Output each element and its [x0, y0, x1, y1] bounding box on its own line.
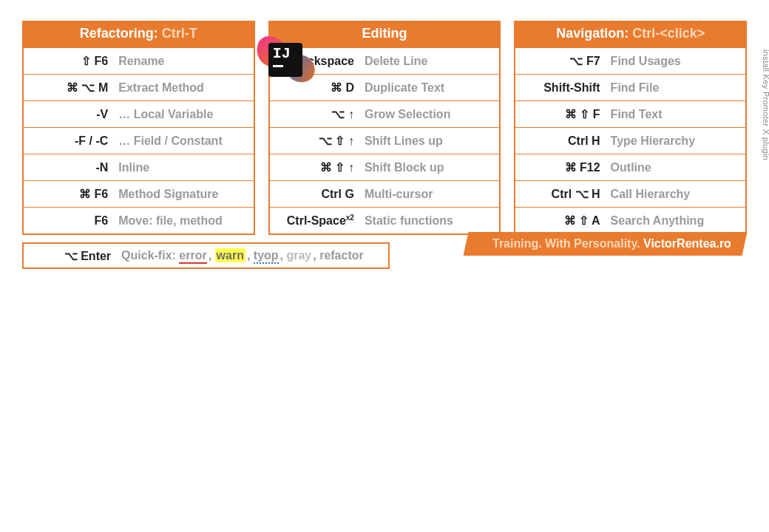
action-name: Move: file, method — [115, 210, 253, 232]
action-name: Type Hierarchy — [608, 130, 745, 152]
table-row: ⌥ ↑Grow Selection — [270, 100, 500, 127]
side-note: install Key Promoter X plugin — [761, 48, 769, 162]
quickfix-tyop: tyop — [254, 249, 279, 264]
shortcut: Ctrl H — [515, 130, 607, 152]
header-shortcut: Ctrl-T — [162, 26, 197, 41]
table-row: Ctrl-Spacex2Static functions — [270, 207, 500, 233]
action-name: Inline — [115, 157, 253, 179]
action-name: Find Usages — [608, 50, 745, 72]
intellij-icon: IJ — [260, 33, 313, 86]
shortcut: ⌥ ↑ — [270, 103, 362, 126]
table-row: ⌘ F6Method Signature — [24, 180, 254, 207]
header-title: Editing — [362, 26, 407, 41]
col-navigation: Navigation: Ctrl-<click> ⌥ F7Find Usages… — [514, 21, 747, 235]
shortcut: -F / -C — [24, 130, 115, 152]
intellij-label: IJ — [273, 45, 291, 62]
quickfix-gray: gray — [286, 249, 311, 262]
table-row: -NInline — [24, 154, 254, 180]
table-row: ⇧ F6Rename — [24, 47, 254, 74]
action-name: Method Signature — [115, 183, 253, 205]
footer-site: VictorRentea.ro — [643, 237, 731, 250]
header-refactoring: Refactoring: Ctrl-T — [24, 21, 254, 47]
table-row: Ctrl ⌥ HCall Hierarchy — [515, 180, 745, 207]
shortcut: ⌥ F7 — [515, 50, 607, 72]
action-name: Static functions — [362, 210, 499, 232]
shortcut: -V — [24, 103, 115, 126]
header-title: Refactoring: — [80, 26, 162, 41]
intellij-underline — [273, 65, 283, 67]
shortcut: Shift-Shift — [515, 77, 607, 99]
shortcut: ⌘ ⇧ A — [515, 209, 607, 232]
card-navigation: Navigation: Ctrl-<click> ⌥ F7Find Usages… — [514, 21, 747, 235]
header-shortcut: Ctrl-<click> — [632, 26, 705, 41]
col-refactoring: Refactoring: Ctrl-T ⇧ F6Rename ⌘ ⌥ MExtr… — [22, 21, 255, 235]
shortcut: Ctrl ⌥ H — [515, 183, 607, 205]
action-name: Shift Lines up — [362, 130, 499, 152]
action-name: Find Text — [608, 103, 745, 126]
table-row: ⌥ F7Find Usages — [515, 47, 745, 74]
shortcut: ⌥ ⇧ ↑ — [270, 129, 362, 152]
footer-banner: Training. With Personality. VictorRentea… — [464, 232, 748, 256]
table-row: -V… Local Variable — [24, 100, 254, 127]
action-name: Call Hierarchy — [608, 183, 745, 205]
shortcut: ⌘ ⇧ F — [515, 103, 607, 126]
quickfix-refactor: refactor — [319, 249, 364, 262]
shortcut: ⇧ F6 — [24, 50, 115, 72]
shortcut: F6 — [24, 210, 115, 232]
table-row: ⌘ ⌥ MExtract Method — [24, 74, 254, 100]
table-row: Ctrl GMulti-cursor — [270, 180, 500, 207]
action-name: Duplicate Text — [362, 77, 499, 99]
action-name: Search Anything — [608, 210, 745, 232]
table-row: F6Move: file, method — [24, 207, 254, 233]
shortcut: -N — [24, 157, 115, 179]
intellij-box: IJ — [268, 43, 302, 77]
shortcut: ⌘ F6 — [24, 183, 115, 205]
shortcut: Ctrl G — [270, 183, 362, 205]
shortcut: ⌘ ⇧ ↑ — [270, 156, 362, 179]
table-row: ⌘ ⇧ FFind Text — [515, 100, 745, 127]
table-row: ⌥ ⇧ ↑Shift Lines up — [270, 127, 500, 154]
shortcut: ⌥ Enter — [24, 245, 118, 267]
quickfix-desc: Quick-fix: error, warn, tyop, gray, refa… — [118, 245, 388, 267]
action-name: Find File — [608, 77, 745, 99]
card-refactoring: Refactoring: Ctrl-T ⇧ F6Rename ⌘ ⌥ MExtr… — [22, 21, 255, 235]
action-name: Delete Line — [362, 50, 499, 72]
columns-container: Refactoring: Ctrl-T ⇧ F6Rename ⌘ ⌥ MExtr… — [22, 21, 747, 235]
table-row: Ctrl HType Hierarchy — [515, 127, 745, 154]
action-name: Outline — [608, 157, 745, 179]
action-name: Grow Selection — [362, 103, 499, 126]
action-name: … Field / Constant — [115, 130, 253, 152]
quickfix-row: ⌥ Enter Quick-fix: error, warn, tyop, gr… — [22, 242, 390, 269]
table-row: Shift-ShiftFind File — [515, 74, 745, 100]
action-name: Multi-cursor — [362, 183, 499, 205]
action-name: Shift Block up — [362, 157, 499, 179]
quickfix-lead: Quick-fix: — [121, 249, 179, 262]
header-title: Navigation: — [556, 26, 632, 41]
footer-tagline: Training. With Personality. — [492, 237, 643, 250]
table-row: ⌘ F12Outline — [515, 154, 745, 180]
action-name: Extract Method — [115, 77, 253, 99]
action-name: Rename — [115, 50, 253, 72]
header-navigation: Navigation: Ctrl-<click> — [515, 21, 745, 47]
action-name: … Local Variable — [115, 103, 253, 126]
table-row: ⌘ ⇧ ↑Shift Block up — [270, 154, 500, 180]
quickfix-error: error — [179, 249, 206, 264]
quickfix-warn: warn — [215, 248, 245, 262]
shortcut: Ctrl-Spacex2 — [270, 209, 362, 232]
shortcut: ⌘ ⌥ M — [24, 76, 115, 99]
table-row: -F / -C… Field / Constant — [24, 127, 254, 154]
shortcut: ⌘ F12 — [515, 156, 607, 179]
table-row: ⌘ ⇧ ASearch Anything — [515, 207, 745, 233]
